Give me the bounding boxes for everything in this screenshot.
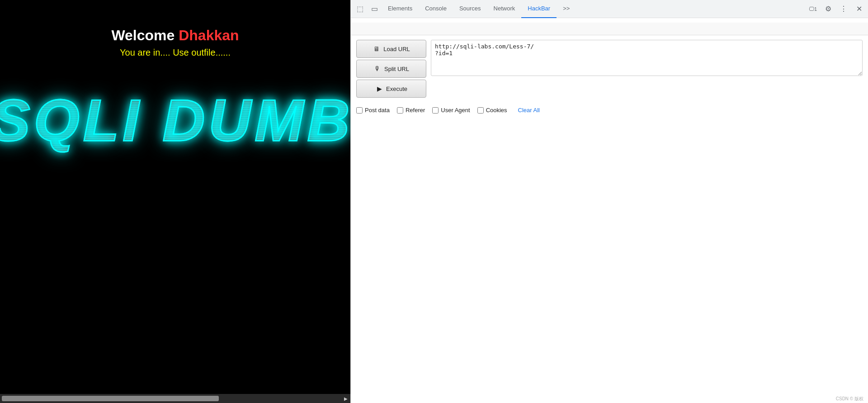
tab-hackbar[interactable]: HackBar (521, 0, 557, 18)
welcome-label: Welcome (111, 27, 175, 43)
more-vertical-icon: ⋮ (840, 5, 847, 13)
execute-icon: ▶ (375, 85, 383, 93)
referer-checkbox[interactable] (397, 107, 403, 114)
tab-elements[interactable]: Elements (382, 0, 419, 18)
load-url-icon: 🖥 (373, 45, 381, 53)
cookies-checkbox[interactable] (477, 107, 484, 114)
devtools-toolbar: ⬚ ▭ Elements Console Sources Network Hac… (351, 0, 868, 18)
gear-icon: ⚙ (825, 5, 831, 13)
load-url-button[interactable]: 🖥 Load URL (356, 40, 426, 58)
hackbar-content: 🖥 Load URL 🎙 Split URL ▶ Execute (351, 35, 868, 102)
user-agent-checkbox-label[interactable]: User Agent (432, 107, 470, 114)
welcome-heading: Welcome Dhakkan (111, 27, 239, 44)
scroll-arrow-right-icon[interactable]: ▶ (344, 396, 348, 401)
user-agent-checkbox[interactable] (432, 107, 439, 114)
post-data-checkbox-label[interactable]: Post data (356, 107, 390, 114)
devtools-right-icons: 🖵 1 ⚙ ⋮ ✕ (806, 2, 866, 16)
tab-more[interactable]: >> (557, 0, 576, 18)
hackbar-url-area (431, 40, 863, 76)
subtitle-label: You are in.... Use outfile...... (120, 47, 231, 58)
devtools-close-button[interactable]: ✕ (852, 2, 866, 16)
tab-console[interactable]: Console (419, 0, 453, 18)
split-url-icon: 🎙 (373, 65, 382, 73)
tab-sources[interactable]: Sources (453, 0, 487, 18)
url-textarea[interactable] (431, 40, 863, 76)
post-data-checkbox[interactable] (356, 107, 363, 114)
sqli-dumb-title: SQLI DUMB S (0, 86, 350, 154)
execute-button[interactable]: ▶ Execute (356, 80, 426, 98)
username-label: Dhakkan (179, 27, 239, 43)
device-toggle-button[interactable]: ▭ (367, 2, 382, 16)
device-icon: ▭ (371, 5, 378, 13)
referer-checkbox-label[interactable]: Referer (397, 107, 425, 114)
horizontal-scrollbar[interactable]: ▶ (0, 394, 350, 403)
hackbar-panel: 🖥 Load URL 🎙 Split URL ▶ Execute (351, 18, 868, 114)
browser-page: Welcome Dhakkan You are in.... Use outfi… (0, 0, 350, 403)
cookies-checkbox-label[interactable]: Cookies (477, 107, 507, 114)
hackbar-checkboxes: Post data Referer User Agent Cookies Cle… (351, 107, 868, 114)
hackbar-top-strip (351, 23, 868, 35)
close-icon: ✕ (856, 5, 862, 13)
inspect-element-button[interactable]: ⬚ (353, 2, 367, 16)
csdn-watermark: CSDN © 版权 (836, 396, 863, 402)
inspect-icon: ⬚ (357, 5, 363, 13)
split-url-button[interactable]: 🎙 Split URL (356, 60, 426, 78)
badge-count: 1 (814, 6, 817, 12)
clear-all-button[interactable]: Clear All (518, 107, 540, 114)
hackbar-buttons: 🖥 Load URL 🎙 Split URL ▶ Execute (356, 40, 426, 98)
devtools-panel: ⬚ ▭ Elements Console Sources Network Hac… (350, 0, 868, 403)
scroll-thumb[interactable] (2, 396, 219, 401)
tab-network[interactable]: Network (487, 0, 522, 18)
devtools-settings-button[interactable]: ⚙ (821, 2, 835, 16)
badge-icon: 🖵 (809, 6, 814, 12)
devtools-badge-button[interactable]: 🖵 1 (806, 2, 820, 16)
devtools-more-button[interactable]: ⋮ (836, 2, 851, 16)
